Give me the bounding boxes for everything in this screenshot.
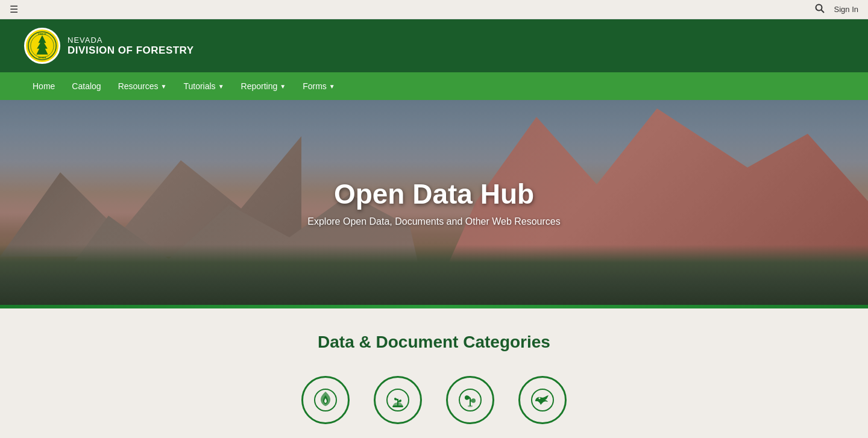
top-bar: ☰ Sign In xyxy=(0,0,868,19)
top-bar-right: Sign In xyxy=(815,4,858,16)
hero-subtitle: Explore Open Data, Documents and Other W… xyxy=(307,216,560,227)
logo-area: NEVADA STATE OF NEVADA DIVISION OF FORES… xyxy=(24,28,194,64)
fire-icon xyxy=(312,387,339,413)
svg-text:NEVADA: NEVADA xyxy=(38,57,46,59)
category-plants-icon-circle xyxy=(446,376,494,424)
svg-rect-9 xyxy=(392,405,403,407)
category-forestry-icon-circle xyxy=(374,376,422,424)
nav-item-forms[interactable]: Forms ▼ xyxy=(294,72,344,100)
svg-point-11 xyxy=(468,405,473,407)
hero-content: Open Data Hub Explore Open Data, Documen… xyxy=(307,178,560,227)
nav-item-resources[interactable]: Resources ▼ xyxy=(110,72,175,100)
logo-emblem: NEVADA STATE OF xyxy=(24,28,60,64)
svg-line-1 xyxy=(821,10,824,13)
forms-dropdown-arrow: ▼ xyxy=(329,83,335,90)
category-fire[interactable] xyxy=(301,376,350,424)
sign-in-link[interactable]: Sign In xyxy=(834,5,858,14)
hero-title: Open Data Hub xyxy=(307,178,560,210)
logo-org-name: DIVISION OF FORESTRY xyxy=(68,45,194,57)
category-wildlife[interactable] xyxy=(518,376,567,424)
plants-icon xyxy=(457,387,483,413)
category-forestry[interactable] xyxy=(374,376,422,424)
wildlife-icon xyxy=(529,387,556,413)
svg-point-13 xyxy=(539,398,541,399)
logo-state-name: NEVADA xyxy=(68,36,194,45)
content-section: Data & Document Categories xyxy=(0,308,868,438)
svg-text:STATE OF: STATE OF xyxy=(38,33,46,36)
reporting-dropdown-arrow: ▼ xyxy=(280,83,286,90)
category-fire-icon-circle xyxy=(301,376,350,424)
resources-dropdown-arrow: ▼ xyxy=(161,83,167,90)
logo-text: NEVADA DIVISION OF FORESTRY xyxy=(68,36,194,57)
site-header: NEVADA STATE OF NEVADA DIVISION OF FORES… xyxy=(0,19,868,72)
svg-point-0 xyxy=(816,4,822,10)
hero-section: Open Data Hub Explore Open Data, Documen… xyxy=(0,100,868,305)
nav-item-tutorials[interactable]: Tutorials ▼ xyxy=(175,72,232,100)
seedling-icon xyxy=(385,387,411,413)
section-title: Data & Document Categories xyxy=(24,333,844,352)
tutorials-dropdown-arrow: ▼ xyxy=(218,83,224,90)
nav-item-home[interactable]: Home xyxy=(24,72,63,100)
categories-row xyxy=(24,370,844,430)
top-bar-left: ☰ xyxy=(10,4,18,15)
nav-item-catalog[interactable]: Catalog xyxy=(63,72,109,100)
category-plants[interactable] xyxy=(446,376,494,424)
hamburger-menu-icon[interactable]: ☰ xyxy=(10,4,18,15)
nav-item-reporting[interactable]: Reporting ▼ xyxy=(233,72,295,100)
category-wildlife-icon-circle xyxy=(518,376,567,424)
search-icon[interactable] xyxy=(815,4,825,16)
nav-bar: Home Catalog Resources ▼ Tutorials ▼ Rep… xyxy=(0,72,868,100)
